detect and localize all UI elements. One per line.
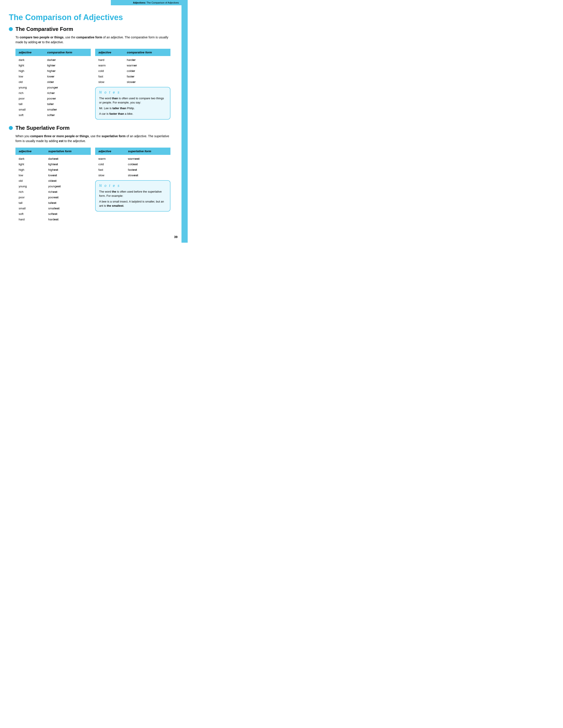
adjective-cell: low [16, 74, 44, 79]
superlative-cell: hardest [45, 217, 90, 222]
table-row: richricher [16, 90, 91, 96]
superlative-cell: highest [45, 167, 90, 173]
sup-left-col2-header: superlative form [45, 148, 90, 155]
adjective-cell: soft [16, 211, 45, 217]
adjective-cell: hard [95, 56, 124, 63]
adjective-cell: warm [95, 155, 125, 161]
comparative-cell: higher [44, 68, 90, 74]
header-bar: Adjectives: The Comparison of Adjectives [111, 0, 181, 5]
comparative-notes-line1: The word than is often used to compare t… [99, 96, 166, 105]
sup-right-col1-header: adjective [95, 148, 125, 155]
adjective-cell: poor [16, 96, 44, 101]
comp-right-col1-header: adjective [95, 49, 124, 56]
table-row: smallsmallest [16, 206, 91, 211]
adjective-cell: rich [16, 90, 44, 96]
superlative-title: The Superlative Form [15, 125, 70, 131]
table-row: darkdarker [16, 56, 91, 63]
comparative-section-header: The Comparative Form [9, 26, 170, 32]
adjective-cell: fast [95, 167, 125, 173]
superlative-cell: lightest [45, 161, 90, 167]
comparative-title: The Comparative Form [15, 26, 73, 32]
comparative-cell: smaller [44, 107, 90, 112]
superlative-table-left-wrapper: adjective superlative form darkdarkestli… [15, 148, 91, 222]
superlative-cell: tallest [45, 200, 90, 206]
table-row: lowlower [16, 74, 91, 79]
comparative-tables-row: adjective comparative form darkdarkerlig… [15, 49, 170, 120]
comparative-cell: lower [44, 74, 90, 79]
superlative-section-header: The Superlative Form [9, 125, 170, 131]
comparative-intro: To compare two people or things, use the… [15, 35, 170, 45]
adjective-cell: young [16, 184, 45, 189]
superlative-cell: lowest [45, 173, 90, 178]
adjective-cell: cold [95, 161, 125, 167]
page-number: 39 [174, 235, 177, 239]
adjective-cell: young [16, 85, 44, 90]
table-row: poorpoorest [16, 195, 91, 200]
comparative-bullet [9, 27, 13, 31]
superlative-bullet [9, 126, 13, 130]
table-row: softsofter [16, 112, 91, 118]
superlative-cell: warmest [125, 155, 170, 161]
table-row: warmwarmer [95, 63, 170, 68]
superlative-intro: When you compare three or more people or… [15, 134, 170, 144]
sup-left-col1-header: adjective [16, 148, 45, 155]
sidebar-strip [181, 0, 188, 243]
table-row: highhigher [16, 68, 91, 74]
superlative-cell: smallest [45, 206, 90, 211]
table-row: poorpoorer [16, 96, 91, 101]
adjective-cell: fast [95, 74, 124, 79]
adjective-cell: rich [16, 189, 45, 195]
table-row: lightlighter [16, 63, 91, 68]
table-row: fastfastest [95, 167, 170, 173]
adjective-cell: light [16, 63, 44, 68]
table-row: hardhardest [16, 217, 91, 222]
table-row: coldcolder [95, 68, 170, 74]
superlative-notes-line2: A bee is a small insect. A ladybird is s… [99, 199, 166, 208]
table-row: talltaller [16, 101, 91, 107]
superlative-tables-row: adjective superlative form darkdarkestli… [15, 148, 170, 222]
comparative-table-right: adjective comparative form hardharderwar… [95, 49, 170, 85]
comparative-cell: colder [124, 68, 170, 74]
table-row: fastfaster [95, 74, 170, 79]
table-row: coldcoldest [95, 161, 170, 167]
adjective-cell: hard [16, 217, 45, 222]
table-row: darkdarkest [16, 155, 91, 161]
comparative-cell: softer [44, 112, 90, 118]
adjective-cell: slow [95, 173, 125, 178]
superlative-cell: darkest [45, 155, 90, 161]
comparative-table-left: adjective comparative form darkdarkerlig… [15, 49, 91, 118]
comparative-cell: darker [44, 56, 90, 63]
table-row: smallsmaller [16, 107, 91, 112]
superlative-cell: softest [45, 211, 90, 217]
table-row: lowlowest [16, 173, 91, 178]
table-row: highhighest [16, 167, 91, 173]
comp-left-col1-header: adjective [16, 49, 44, 56]
adjective-cell: slow [95, 79, 124, 85]
page-title: The Comparison of Adjectives [9, 13, 170, 22]
comp-right-col2-header: comparative form [124, 49, 170, 56]
superlative-cell: fastest [125, 167, 170, 173]
superlative-cell: oldest [45, 178, 90, 184]
table-row: slowslowest [95, 173, 170, 178]
table-row: slowslower [95, 79, 170, 85]
comparative-cell: taller [44, 101, 90, 107]
adjective-cell: old [16, 178, 45, 184]
adjective-cell: high [16, 167, 45, 173]
header-bold: Adjectives: [133, 1, 146, 4]
sup-right-col2-header: superlative form [125, 148, 170, 155]
superlative-right-section: adjective superlative form warmwarmestco… [95, 148, 170, 222]
superlative-cell: richest [45, 189, 90, 195]
adjective-cell: low [16, 173, 45, 178]
adjective-cell: warm [95, 63, 124, 68]
comparative-right-section: adjective comparative form hardharderwar… [95, 49, 170, 120]
superlative-notes-line1: The word the is often used before the su… [99, 190, 166, 198]
main-content: The Comparison of Adjectives The Compara… [0, 0, 181, 236]
superlative-cell: poorest [45, 195, 90, 200]
comparative-cell: slower [124, 79, 170, 85]
adjective-cell: small [16, 206, 45, 211]
superlative-section: The Superlative Form When you compare th… [9, 125, 170, 222]
comparative-cell: harder [124, 56, 170, 63]
table-row: oldolder [16, 79, 91, 85]
header-normal: The Comparison of Adjectives [146, 1, 179, 4]
comparative-cell: lighter [44, 63, 90, 68]
